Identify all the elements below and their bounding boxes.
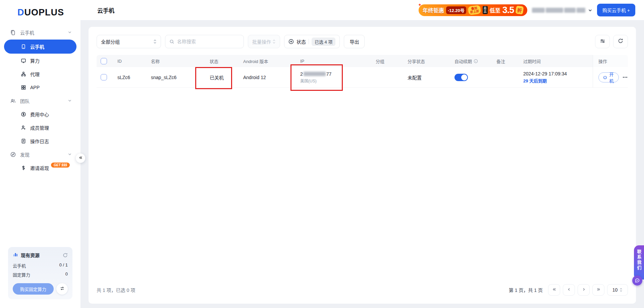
search-box[interactable] (165, 35, 244, 48)
cell-share-status: 未配置 (405, 67, 452, 87)
resource-label: 固定算力 (13, 271, 30, 278)
auto-renew-toggle[interactable] (454, 74, 468, 81)
chevron-down-icon (68, 152, 72, 157)
header-share-status: 分享状态 (405, 55, 452, 67)
buy-fixed-compute-button[interactable]: 购买固定算力 (13, 283, 54, 295)
resource-row-cloud-phone: 云手机 0 / 1 (13, 262, 68, 269)
promo-banner[interactable]: ✦ 年终钜惠 -12.20号 叠加 折上折 最高 低至 3.5 折 (419, 4, 527, 16)
header-name: 名称 (148, 55, 207, 67)
app-root: DUOPLUS 云手机 云手机 (0, 0, 644, 308)
header-group: 分组 (373, 55, 405, 67)
sidebar-item-compute[interactable]: 算力 (0, 54, 80, 67)
swap-button[interactable] (56, 283, 68, 295)
promo-headline: 年终钜惠 (423, 6, 444, 14)
promo-low-label: 低至 (490, 6, 500, 14)
pagination: 第 1 页，共 1 页 (509, 284, 628, 296)
sidebar-item-label: 费用中心 (30, 111, 49, 118)
ip-redacted-block (304, 72, 326, 76)
refresh-icon[interactable] (63, 253, 68, 258)
cell-id: sLZc6 (115, 67, 148, 87)
column-settings-button[interactable] (595, 35, 610, 48)
last-page-button[interactable] (592, 284, 604, 296)
resource-row-fixed-compute: 固定算力 0 (13, 271, 68, 278)
header-auto-renew-label: 自动续期 (454, 58, 472, 64)
resource-label: 云手机 (13, 262, 26, 269)
sidebar-item-app[interactable]: APP (0, 81, 80, 94)
sidebar-group-team[interactable]: 团队 (0, 94, 80, 108)
resource-card-title: 现有资源 (21, 252, 40, 258)
prev-page-button[interactable] (563, 284, 575, 296)
sidebar-group-discover[interactable]: 发现 (0, 148, 80, 161)
ip-region: 美国(US) (300, 78, 317, 83)
sidebar-item-label: 代理 (30, 71, 40, 77)
ip-prefix: 2 (300, 71, 303, 77)
export-button[interactable]: 导出 (344, 35, 365, 48)
contact-us-tab[interactable]: 联系我们 (634, 245, 644, 280)
sidebar-item-referral[interactable]: 邀请返现 GET $$$ (0, 161, 80, 175)
account-menu[interactable] (532, 8, 592, 13)
refresh-list-button[interactable] (613, 35, 628, 48)
group-filter-select[interactable]: 全部分组 (97, 35, 161, 48)
next-page-button[interactable] (578, 284, 590, 296)
sidebar-group-label: 发现 (20, 151, 30, 158)
cell-group (373, 67, 405, 87)
status-filter-label: 状态 (297, 38, 306, 45)
sidebar-group-cloud-phone[interactable]: 云手机 (0, 26, 80, 39)
sliders-icon (600, 38, 605, 45)
batch-action-select[interactable]: 批量操作 (248, 35, 280, 48)
header-expire-time: 过期时间 (521, 55, 593, 67)
chevron-left-icon (567, 287, 571, 293)
sparkle-icon: ✦ (418, 2, 422, 7)
sidebar-item-billing[interactable]: 费用中心 (0, 108, 80, 121)
sidebar: DUOPLUS 云手机 云手机 (0, 0, 80, 308)
sidebar-group-label: 团队 (20, 98, 30, 104)
select-caret-icon (620, 288, 623, 292)
page-title: 云手机 (97, 6, 114, 14)
resource-value: 0 / 1 (59, 262, 68, 269)
chevron-down-icon (588, 8, 592, 12)
bar-chart-icon (13, 252, 18, 258)
refresh-icon (618, 38, 623, 45)
contact-us-label: 联系我们 (636, 249, 642, 280)
buy-cloud-phone-button[interactable]: 购买云手机 + (597, 4, 635, 16)
dollar-icon (21, 165, 26, 171)
cell-name: snap_sLZc6 (148, 67, 207, 87)
account-name-redacted (532, 8, 585, 13)
double-chevron-right-icon (596, 287, 601, 293)
chat-button[interactable] (632, 275, 642, 286)
page-size-select[interactable]: 10 (607, 284, 628, 296)
info-icon[interactable] (474, 59, 478, 63)
first-page-button[interactable] (548, 284, 560, 296)
phone-icon (21, 44, 26, 49)
sidebar-item-logs[interactable]: 操作日志 (0, 134, 80, 148)
dollar-circle-icon (21, 112, 26, 117)
select-caret-icon (272, 39, 276, 44)
header-status: 状态 (207, 55, 240, 67)
chevron-right-icon (582, 287, 586, 293)
row-checkbox[interactable] (101, 74, 107, 80)
header-auto-renew: 自动续期 (452, 55, 494, 67)
sidebar-collapse-button[interactable] (76, 153, 85, 163)
sidebar-group-label: 云手机 (20, 29, 34, 36)
status-selected-count: 已选 4 项 (312, 38, 335, 46)
power-on-label: 开机 (609, 71, 614, 84)
header-android: Android 版本 (240, 55, 298, 67)
export-label: 导出 (350, 38, 359, 45)
cell-ip: 2 77 美国(US) (298, 67, 373, 87)
power-on-button[interactable]: 开机 (598, 72, 619, 82)
header-remark: 备注 (494, 55, 521, 67)
sidebar-item-label: 云手机 (30, 43, 44, 50)
sidebar-item-cloud-phone[interactable]: 云手机 (4, 40, 76, 54)
more-actions-button[interactable] (622, 75, 628, 80)
cell-remark (494, 67, 521, 87)
sidebar-item-proxy[interactable]: 代理 (0, 67, 80, 81)
expire-note: 29 天后到期 (523, 77, 547, 84)
search-input[interactable] (177, 39, 234, 44)
sidebar-item-members[interactable]: 成员管理 (0, 121, 80, 134)
sidebar-item-label: APP (30, 85, 40, 90)
double-chevron-left-icon (78, 155, 83, 161)
sidebar-item-label: 成员管理 (30, 124, 49, 131)
select-all-checkbox[interactable] (101, 58, 107, 64)
status-filter-button[interactable]: 状态 已选 4 项 (284, 35, 340, 48)
monitor-icon (21, 58, 26, 63)
